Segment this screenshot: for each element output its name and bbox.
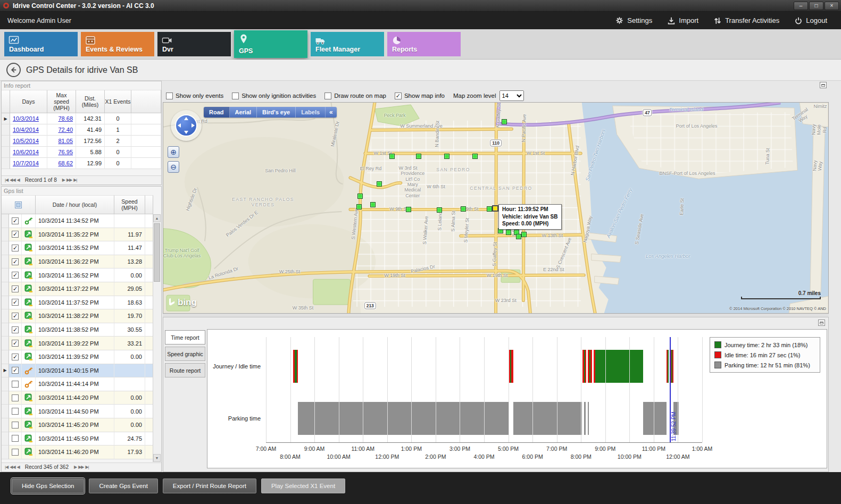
gps-list-row[interactable]: ✓10/3/2014 11:35:22 PM11.97 xyxy=(2,228,153,242)
gps-marker[interactable] xyxy=(437,207,442,213)
day-link[interactable]: 10/6/2014 xyxy=(10,147,47,158)
footer-play-selected-x1-event[interactable]: Play Selected X1 Event xyxy=(261,478,345,493)
gps-list-row[interactable]: ✓10/3/2014 11:38:22 PM19.70 xyxy=(2,309,153,323)
checkbox-icon[interactable] xyxy=(12,435,19,442)
gps-marker[interactable] xyxy=(416,154,421,159)
checkbox-icon[interactable] xyxy=(166,93,173,99)
gps-marker-selected[interactable] xyxy=(492,205,498,212)
map[interactable]: Peck ParkCrest RdW Summerland AveMirales… xyxy=(163,102,829,314)
scrollbar-down-icon[interactable] xyxy=(153,454,161,462)
info-report-row[interactable]: 10/5/201481.05172.562 xyxy=(2,136,161,147)
map-option-show-map-info[interactable]: ✓Show map info xyxy=(395,93,445,99)
info-report-row[interactable]: 10/6/201476.955.880 xyxy=(2,147,161,158)
report-tab-speed-graphic[interactable]: Speed graphic xyxy=(165,347,205,361)
map-style-bird-s-eye[interactable]: Bird's eye xyxy=(257,107,296,117)
settings-button[interactable]: Settings xyxy=(615,16,652,25)
tab-dashboard[interactable]: Dashboard xyxy=(4,32,78,56)
logout-button[interactable]: Logout xyxy=(794,16,827,25)
info-pager-nav-button[interactable]: ▶| xyxy=(73,178,77,182)
gps-marker[interactable] xyxy=(377,181,382,187)
gps-marker[interactable] xyxy=(370,202,376,207)
gps-list-row[interactable]: ✓10/3/2014 11:34:52 PM xyxy=(2,214,153,228)
info-pager-nav-button[interactable]: ◀ xyxy=(17,178,20,182)
pan-south-icon[interactable] xyxy=(184,131,188,134)
gps-marker[interactable] xyxy=(502,119,507,124)
max-speed-link[interactable]: 76.95 xyxy=(47,147,76,158)
gps-pager-nav-button[interactable]: ▶▶ xyxy=(78,465,84,469)
gps-pager-nav-button[interactable]: |◀ xyxy=(5,465,8,469)
info-report-row[interactable]: 10/7/201468.6212.990 xyxy=(2,158,161,169)
info-pager-nav-button[interactable]: ◀◀ xyxy=(10,178,15,182)
gps-marker[interactable] xyxy=(516,234,521,239)
window-close-button[interactable]: × xyxy=(825,2,839,10)
info-pager-nav-button[interactable]: |◀ xyxy=(5,178,8,182)
checkbox-icon[interactable] xyxy=(12,422,19,429)
max-speed-link[interactable]: 72.40 xyxy=(47,124,76,136)
window-minimize-button[interactable]: – xyxy=(794,2,808,10)
tab-events[interactable]: Events & Reviews xyxy=(81,32,154,56)
info-report-row[interactable]: ▶10/3/201478.68142.310 xyxy=(2,113,161,124)
gps-marker[interactable] xyxy=(444,154,449,159)
checkbox-checked-icon[interactable]: ✓ xyxy=(12,367,19,374)
gps-list-scrollbar[interactable] xyxy=(153,214,161,462)
gps-marker[interactable] xyxy=(389,154,395,159)
tab-dvr[interactable]: Dvr xyxy=(157,32,231,56)
checkbox-checked-icon[interactable]: ✓ xyxy=(12,340,19,347)
map-zoom-out-button[interactable] xyxy=(168,161,179,173)
chart-maximize-button[interactable] xyxy=(818,320,825,326)
checkbox-icon[interactable] xyxy=(12,449,19,456)
gps-marker[interactable] xyxy=(487,206,492,212)
gps-list-row[interactable]: ✓10/3/2014 11:39:52 PM0.00 xyxy=(2,350,153,364)
max-speed-link[interactable]: 68.62 xyxy=(47,158,76,169)
gps-marker[interactable] xyxy=(357,194,363,199)
day-link[interactable]: 10/4/2014 xyxy=(10,124,47,136)
day-link[interactable]: 10/3/2014 xyxy=(10,113,47,124)
map-style-aerial[interactable]: Aerial xyxy=(230,107,257,117)
pan-east-icon[interactable] xyxy=(191,123,195,128)
gps-list-row[interactable]: 10/3/2014 11:45:50 PM24.75 xyxy=(2,432,153,446)
back-button[interactable] xyxy=(6,63,21,77)
checkbox-icon[interactable] xyxy=(12,394,19,401)
report-tab-route-report[interactable]: Route report xyxy=(165,363,205,377)
select-all-header[interactable] xyxy=(2,195,36,214)
gps-pager-nav-button[interactable]: ◀◀ xyxy=(10,465,15,469)
tab-gps[interactable]: GPS xyxy=(234,30,307,58)
gps-marker[interactable] xyxy=(506,230,511,235)
gps-marker[interactable] xyxy=(406,207,411,212)
day-link[interactable]: 10/7/2014 xyxy=(10,158,47,169)
gps-marker[interactable] xyxy=(521,232,527,237)
info-pager-nav-button[interactable]: ▶ xyxy=(62,178,65,182)
map-zoom-in-button[interactable] xyxy=(168,146,179,158)
map-compass-control[interactable] xyxy=(171,110,202,141)
checkbox-checked-icon[interactable]: ✓ xyxy=(12,217,19,224)
checkbox-checked-icon[interactable]: ✓ xyxy=(12,231,19,238)
map-option-show-only-ignition-activities[interactable]: Show only ignition activities xyxy=(232,93,316,99)
import-button[interactable]: Import xyxy=(667,16,698,25)
gps-marker[interactable] xyxy=(472,154,478,159)
gps-pager-nav-button[interactable]: ◀ xyxy=(17,465,20,469)
checkbox-checked-icon[interactable]: ✓ xyxy=(12,354,19,360)
map-maximize-button[interactable] xyxy=(820,82,827,88)
gps-pager-nav-button[interactable]: ▶| xyxy=(85,465,88,469)
map-style-collapse-button[interactable]: « xyxy=(326,107,337,117)
checkbox-checked-icon[interactable]: ✓ xyxy=(12,272,19,279)
checkbox-checked-icon[interactable]: ✓ xyxy=(12,245,19,251)
info-report-row[interactable]: 10/4/201472.4041.491 xyxy=(2,124,161,136)
map-option-draw-route-on-map[interactable]: Draw route on map xyxy=(324,93,386,99)
window-maximize-button[interactable]: □ xyxy=(809,2,823,10)
gps-list-row[interactable]: ✓10/3/2014 11:39:22 PM33.21 xyxy=(2,337,153,350)
pan-west-icon[interactable] xyxy=(178,123,181,128)
gps-list-row[interactable]: ✓10/3/2014 11:36:22 PM13.28 xyxy=(2,255,153,269)
checkbox-icon[interactable] xyxy=(232,93,239,99)
gps-pager-nav-button[interactable]: ▶ xyxy=(74,465,77,469)
checkbox-checked-icon[interactable]: ✓ xyxy=(12,285,19,292)
pan-north-icon[interactable] xyxy=(184,117,188,120)
tab-reports[interactable]: Reports xyxy=(387,32,461,56)
report-tab-time-report[interactable]: Time report xyxy=(165,330,205,345)
gps-marker[interactable] xyxy=(461,206,466,212)
max-speed-link[interactable]: 81.05 xyxy=(47,136,76,147)
map-style-labels[interactable]: Labels xyxy=(296,107,326,117)
gps-list-row[interactable]: ✓10/3/2014 11:37:22 PM29.05 xyxy=(2,282,153,296)
map-style-road[interactable]: Road xyxy=(204,107,230,117)
scrollbar-up-icon[interactable] xyxy=(153,214,161,222)
